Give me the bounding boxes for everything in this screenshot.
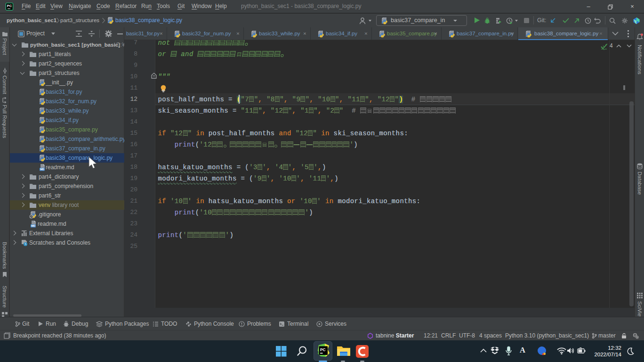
svg-text:PC: PC — [320, 347, 326, 352]
